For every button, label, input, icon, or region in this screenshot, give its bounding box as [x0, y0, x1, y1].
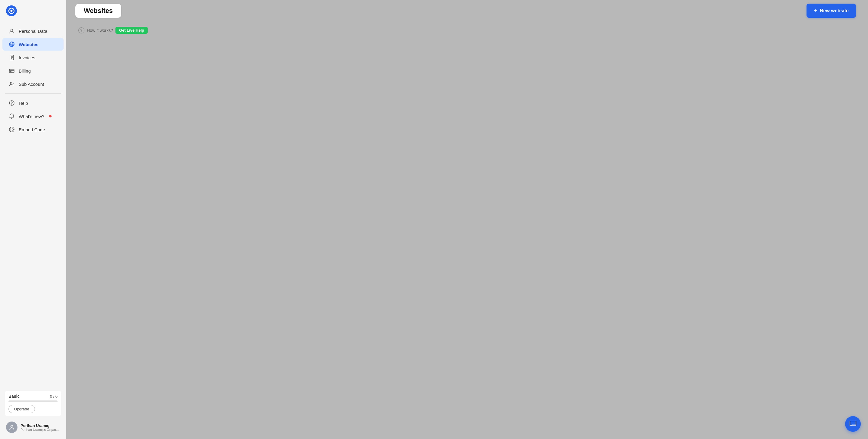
svg-point-17 — [11, 104, 12, 105]
plan-count: 0 / 0 — [50, 394, 58, 399]
chat-bubble[interactable] — [845, 416, 861, 432]
upgrade-button[interactable]: Upgrade — [8, 405, 35, 413]
new-website-button[interactable]: + New website — [807, 4, 856, 18]
bell-icon — [8, 113, 15, 120]
avatar — [6, 421, 18, 433]
user-org: Perihan Uramış's Organization — [21, 428, 60, 432]
sidebar-item-invoices[interactable]: Invoices — [2, 51, 64, 64]
sidebar-nav: Personal Data Websites — [0, 22, 66, 387]
user-info: Perihan Uramış Perihan Uramış's Organiza… — [21, 423, 60, 432]
logo-icon — [6, 5, 17, 16]
get-live-help-button[interactable]: Get Live Help — [116, 27, 148, 34]
how-it-works-label: How it works? — [87, 28, 113, 33]
embed-icon — [8, 126, 15, 133]
app-logo[interactable] — [0, 0, 66, 22]
sidebar-item-label: Help — [19, 101, 28, 106]
invoice-icon — [8, 54, 15, 61]
sidebar-item-label: Embed Code — [19, 127, 45, 132]
sidebar-item-help[interactable]: Help — [2, 97, 64, 109]
globe-icon — [8, 41, 15, 47]
person-icon — [8, 28, 15, 34]
main-content: Websites + New website ? How it works? G… — [66, 0, 868, 439]
svg-rect-12 — [9, 69, 14, 73]
help-icon — [8, 100, 15, 106]
sidebar-item-sub-account[interactable]: Sub Account — [2, 78, 64, 90]
sidebar-bottom: Basic 0 / 0 Upgrade Perihan Uramış — [0, 387, 66, 439]
svg-point-15 — [10, 82, 12, 84]
new-website-label: New website — [820, 8, 849, 13]
plan-name: Basic — [8, 394, 20, 399]
nav-divider — [5, 93, 61, 94]
plan-header: Basic 0 / 0 — [8, 394, 58, 399]
plan-progress-bar — [8, 401, 58, 402]
svg-point-1 — [10, 10, 13, 12]
billing-icon — [8, 67, 15, 74]
sidebar-item-label: Billing — [19, 68, 31, 73]
svg-point-2 — [11, 29, 13, 31]
sidebar-item-personal-data[interactable]: Personal Data — [2, 25, 64, 37]
user-name: Perihan Uramış — [21, 423, 60, 428]
sidebar-item-label: Personal Data — [19, 29, 47, 34]
page-header: Websites + New website — [66, 0, 868, 18]
sidebar-item-embed-code[interactable]: Embed Code — [2, 123, 64, 136]
svg-rect-14 — [10, 71, 11, 72]
plan-section: Basic 0 / 0 Upgrade — [5, 391, 61, 416]
sub-account-icon — [8, 81, 15, 87]
question-icon: ? — [79, 27, 84, 33]
sidebar-item-whats-new[interactable]: What's new? — [2, 110, 64, 123]
page-title-card: Websites — [75, 4, 121, 18]
page-title: Websites — [84, 7, 113, 14]
user-section: Perihan Uramış Perihan Uramış's Organiza… — [5, 419, 61, 435]
sidebar-item-label: Sub Account — [19, 81, 44, 87]
content-area: ? How it works? Get Live Help — [66, 18, 868, 439]
sidebar-item-label: What's new? — [19, 114, 44, 119]
svg-point-19 — [11, 426, 13, 428]
sidebar-item-websites[interactable]: Websites — [2, 38, 64, 50]
sidebar: Personal Data Websites — [0, 0, 66, 439]
how-it-works-section: ? How it works? Get Live Help — [79, 27, 856, 34]
sidebar-item-billing[interactable]: Billing — [2, 64, 64, 77]
sidebar-item-label: Invoices — [19, 55, 35, 60]
sidebar-item-label: Websites — [19, 42, 38, 47]
plus-icon: + — [814, 7, 817, 14]
notification-badge — [49, 115, 52, 117]
